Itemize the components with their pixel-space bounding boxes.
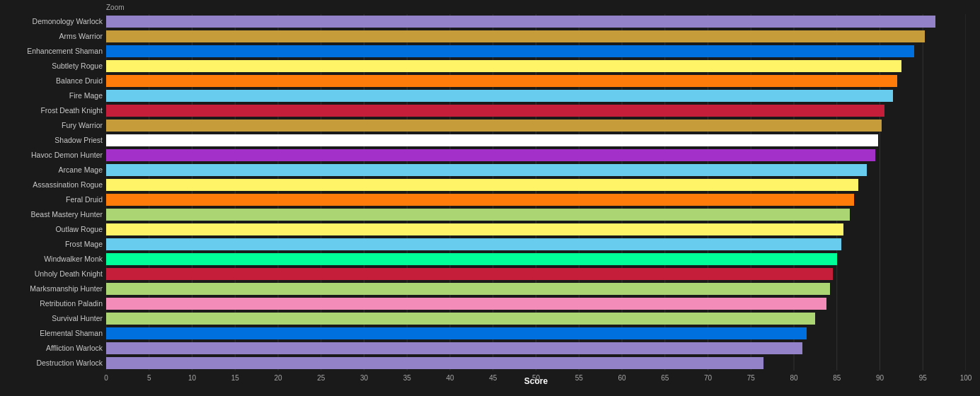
bar-row: Feral Druid	[106, 192, 966, 206]
tick-label: 10	[188, 374, 196, 382]
tick-label: 90	[876, 374, 884, 382]
zoom-label: Zoom	[106, 4, 125, 11]
bar	[106, 45, 914, 57]
bar-row: Subtlety Rogue	[106, 59, 966, 73]
bar	[106, 223, 843, 235]
bar	[106, 75, 897, 87]
bar-label: Feral Druid	[0, 195, 103, 204]
bar	[106, 179, 858, 191]
bar-label: Destruction Warlock	[0, 359, 103, 367]
bar-row: Arcane Mage	[106, 163, 966, 177]
tick-label: 15	[231, 374, 239, 382]
tick-label: 25	[317, 374, 325, 382]
bar-row: Frost Death Knight	[106, 103, 966, 117]
bar-label: Frost Mage	[0, 240, 103, 248]
bar	[106, 238, 841, 250]
bar-row: Windwalker Monk	[106, 252, 966, 266]
bar	[106, 283, 830, 295]
bar	[106, 357, 763, 369]
tick-label: 0	[104, 374, 108, 382]
bar-label: Arcane Mage	[0, 165, 103, 174]
bar-label: Balance Druid	[0, 76, 103, 85]
bar-label: Subtlety Rogue	[0, 62, 103, 70]
main-wrapper: Demonology WarlockArms WarriorEnhancemen…	[106, 14, 966, 368]
tick-label: 35	[403, 374, 411, 382]
tick-label: 20	[274, 374, 282, 382]
bar-row: Assassination Rogue	[106, 177, 966, 192]
bar	[106, 268, 833, 280]
bar	[106, 313, 815, 325]
bar	[106, 16, 935, 28]
bar-row: Shadow Priest	[106, 133, 966, 147]
bar-row: Arms Warrior	[106, 29, 966, 43]
bar-row: Enhancement Shaman	[106, 44, 966, 58]
bar-label: Unholy Death Knight	[0, 269, 103, 278]
tick-label: 40	[446, 374, 454, 382]
tick-label: 80	[790, 374, 797, 382]
tick-label: 30	[360, 374, 368, 382]
tick-label: 45	[489, 374, 497, 382]
bar-label: Windwalker Monk	[0, 255, 103, 263]
tick-label: 55	[575, 374, 583, 382]
bar-label: Marksmanship Hunter	[0, 284, 103, 293]
bar-row: Marksmanship Hunter	[106, 281, 966, 296]
tick-label: 95	[919, 374, 927, 382]
bar	[106, 149, 875, 161]
tick-label: 65	[661, 374, 669, 382]
bar	[106, 194, 854, 206]
tick-label: 60	[618, 374, 626, 382]
bar	[106, 298, 826, 310]
bar	[106, 134, 878, 146]
bar	[106, 90, 893, 102]
chart-container: Zoom Demonology WarlockArms WarriorEnhan…	[0, 0, 980, 396]
bar-label: Havoc Demon Hunter	[0, 151, 103, 159]
bar-row: Destruction Warlock	[106, 356, 966, 370]
tick-label: 70	[704, 374, 712, 382]
bar-label: Survival Hunter	[0, 314, 103, 322]
bar-row: Fury Warrior	[106, 118, 966, 132]
bar-row: Beast Mastery Hunter	[106, 207, 966, 221]
bar	[106, 30, 925, 42]
bar-row: Retribution Paladin	[106, 296, 966, 310]
bar-row: Unholy Death Knight	[106, 267, 966, 281]
bar-label: Fire Mage	[0, 91, 103, 100]
bar	[106, 327, 807, 339]
bar-label: Frost Death Knight	[0, 106, 103, 115]
bar-label: Assassination Rogue	[0, 180, 103, 189]
bar-label: Affliction Warlock	[0, 344, 103, 352]
bar	[106, 253, 837, 265]
tick-label: 85	[833, 374, 841, 382]
bar-label: Retribution Paladin	[0, 299, 103, 308]
bar-label: Demonology Warlock	[0, 17, 103, 25]
bar	[106, 342, 802, 354]
bar	[106, 105, 884, 117]
bar	[106, 60, 901, 72]
tick-label: 5	[147, 374, 151, 382]
bar-label: Shadow Priest	[0, 136, 103, 144]
bar-row: Affliction Warlock	[106, 341, 966, 355]
bar-label: Elemental Shaman	[0, 329, 103, 337]
bar	[106, 120, 882, 132]
bar-row: Survival Hunter	[106, 311, 966, 325]
bar-row: Frost Mage	[106, 237, 966, 251]
tick-label: 100	[960, 374, 972, 382]
tick-label: 50	[532, 374, 540, 382]
bar-row: Elemental Shaman	[106, 326, 966, 340]
bar-row: Havoc Demon Hunter	[106, 148, 966, 162]
bars-section: Demonology WarlockArms WarriorEnhancemen…	[106, 14, 966, 371]
bar-row: Balance Druid	[106, 74, 966, 88]
bar-label: Beast Mastery Hunter	[0, 210, 103, 219]
bar-label: Fury Warrior	[0, 121, 103, 129]
bar-row: Fire Mage	[106, 88, 966, 103]
bar-label: Outlaw Rogue	[0, 225, 103, 233]
bar	[106, 164, 867, 176]
bar-label: Arms Warrior	[0, 32, 103, 40]
tick-label: 75	[747, 374, 755, 382]
bar	[106, 209, 850, 221]
bar-row: Demonology Warlock	[106, 14, 966, 28]
bar-label: Enhancement Shaman	[0, 47, 103, 55]
bar-row: Outlaw Rogue	[106, 222, 966, 236]
